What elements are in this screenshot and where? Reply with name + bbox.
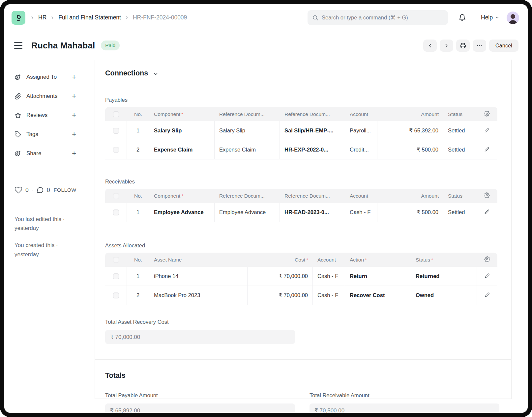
next-document-button[interactable]	[440, 40, 453, 52]
select-all-checkbox[interactable]	[113, 257, 119, 263]
cell-account[interactable]: Payroll...	[345, 121, 377, 140]
cell-ref-document[interactable]: HR-EAD-2023-0...	[280, 203, 345, 222]
cell-ref-doctype[interactable]: Expense Claim	[215, 140, 280, 159]
edit-row-pencil-icon[interactable]	[484, 127, 490, 134]
cell-ref-doctype[interactable]: Salary Slip	[215, 121, 280, 140]
select-all-checkbox[interactable]	[113, 111, 119, 117]
prev-document-button[interactable]	[423, 40, 437, 52]
table-settings-gear-icon[interactable]	[484, 256, 490, 263]
more-menu-button[interactable]	[473, 40, 486, 52]
sidebar-item-attachments[interactable]: Attachments +	[15, 93, 76, 100]
sidebar-item-label: Tags	[26, 131, 38, 138]
add-tag-button[interactable]: +	[72, 131, 76, 138]
document-header: Rucha Mahabal Paid Cancel	[4, 31, 528, 60]
add-attachment-button[interactable]: +	[72, 93, 76, 100]
row-checkbox[interactable]	[113, 292, 119, 298]
cell-component[interactable]: Salary Slip	[149, 121, 215, 140]
cell-status[interactable]: Returned	[411, 267, 477, 286]
add-share-button[interactable]: +	[72, 150, 76, 157]
cancel-button[interactable]: Cancel	[489, 40, 518, 52]
cell-action[interactable]: Return	[345, 267, 411, 286]
table-row[interactable]: 2 Expense Claim Expense Claim HR-EXP-202…	[105, 140, 497, 159]
breadcrumb-hr[interactable]: HR	[38, 14, 46, 21]
cell-account[interactable]: Cash - F	[345, 203, 377, 222]
page-title: Rucha Mahabal	[31, 41, 95, 51]
field-label: Total Asset Recovery Cost	[105, 319, 500, 325]
sidebar-divider	[15, 204, 79, 204]
row-checkbox[interactable]	[113, 209, 119, 215]
edit-row-pencil-icon[interactable]	[484, 209, 490, 216]
cell-cost[interactable]: ₹ 70,000.00	[248, 267, 313, 286]
table-row[interactable]: 1 iPhone 14 ₹ 70,000.00 Cash - F Return …	[105, 267, 497, 286]
table-row[interactable]: 1 Salary Slip Salary Slip Sal Slip/HR-EM…	[105, 121, 497, 140]
column-header-amount: Amount	[377, 107, 443, 121]
cell-component[interactable]: Employee Advance	[149, 203, 215, 222]
cell-account[interactable]: Cash - F	[313, 267, 345, 286]
chevron-right-icon	[444, 43, 449, 48]
row-checkbox[interactable]	[113, 128, 119, 134]
chevron-down-icon	[153, 71, 159, 77]
connections-section-toggle[interactable]: Connections	[105, 60, 500, 77]
edit-row-pencil-icon[interactable]	[485, 273, 490, 280]
ellipsis-icon	[476, 42, 483, 49]
table-settings-gear-icon[interactable]	[484, 111, 490, 118]
sidebar-item-share[interactable]: Share +	[15, 150, 76, 157]
breadcrumb-doctype[interactable]: Full and Final Statement	[58, 14, 121, 21]
print-button[interactable]	[456, 40, 470, 52]
notifications-bell-icon[interactable]	[458, 14, 466, 21]
sidebar-toggle-icon[interactable]	[14, 42, 22, 48]
cell-asset-name[interactable]: iPhone 14	[149, 267, 248, 286]
user-avatar[interactable]	[507, 12, 519, 24]
cell-account[interactable]: Credit...	[345, 140, 377, 159]
cell-amount[interactable]: ₹ 65,392.00	[377, 121, 443, 140]
cell-no: 2	[127, 286, 149, 305]
edit-row-pencil-icon[interactable]	[485, 292, 490, 299]
cell-account[interactable]: Cash - F	[313, 286, 345, 305]
column-header-account: Account	[345, 107, 377, 121]
cell-cost[interactable]: ₹ 70,000.00	[248, 286, 313, 305]
chevron-right-icon	[50, 15, 55, 20]
field-label: Total Payable Amount	[105, 392, 295, 399]
frappe-hr-logo-icon[interactable]	[12, 11, 25, 25]
total-receivable-amount-field: Total Receivable Amount ₹ 70,500.00	[310, 392, 499, 417]
row-checkbox[interactable]	[113, 147, 119, 153]
table-row[interactable]: 1 Employee Advance Employee Advance HR-E…	[105, 203, 497, 222]
help-menu[interactable]: Help	[481, 14, 499, 21]
table-row[interactable]: 2 MacBook Pro 2023 ₹ 70,000.00 Cash - F …	[105, 286, 497, 305]
total-payable-amount-input[interactable]: ₹ 65,892.00	[105, 403, 295, 417]
cell-asset-name[interactable]: MacBook Pro 2023	[149, 286, 248, 305]
column-header-action: Action*	[345, 253, 411, 267]
cell-ref-document[interactable]: Sal Slip/HR-EMP-...	[280, 121, 345, 140]
add-review-button[interactable]: +	[72, 112, 76, 119]
column-header-ref-document: Reference Docum...	[280, 107, 345, 121]
follow-button[interactable]: FOLLOW	[54, 187, 76, 193]
table-settings-gear-icon[interactable]	[484, 192, 490, 199]
sidebar-item-label: Attachments	[26, 93, 58, 99]
required-marker: *	[431, 257, 433, 263]
total-asset-recovery-cost-input[interactable]: ₹ 70,000.00	[105, 330, 295, 344]
total-receivable-amount-input[interactable]: ₹ 70,500.00	[310, 403, 499, 417]
select-all-checkbox[interactable]	[113, 193, 119, 199]
sidebar-item-assigned-to[interactable]: Assigned To +	[15, 73, 76, 81]
edit-row-pencil-icon[interactable]	[484, 147, 490, 153]
heart-icon[interactable]	[15, 186, 22, 194]
cell-amount[interactable]: ₹ 500.00	[377, 203, 443, 222]
sidebar-item-tags[interactable]: Tags +	[15, 131, 76, 138]
cell-status[interactable]: Settled	[443, 121, 476, 140]
add-assignment-button[interactable]: +	[72, 73, 76, 81]
cell-status[interactable]: Owned	[411, 286, 477, 305]
cell-ref-doctype[interactable]: Employee Advance	[215, 203, 280, 222]
cell-status[interactable]: Settled	[443, 140, 476, 159]
row-checkbox[interactable]	[113, 273, 119, 279]
cell-amount[interactable]: ₹ 500.00	[377, 140, 443, 159]
receivables-label: Receivables	[105, 179, 500, 185]
global-search[interactable]	[308, 10, 448, 25]
cell-component[interactable]: Expense Claim	[149, 140, 215, 159]
sidebar-item-reviews[interactable]: Reviews +	[15, 112, 76, 119]
cell-ref-document[interactable]: HR-EXP-2022-0...	[280, 140, 345, 159]
comment-icon[interactable]	[36, 186, 44, 194]
search-input[interactable]	[322, 14, 443, 21]
cell-action[interactable]: Recover Cost	[345, 286, 411, 305]
cell-status[interactable]: Settled	[443, 203, 476, 222]
column-header-amount: Amount	[377, 189, 443, 203]
